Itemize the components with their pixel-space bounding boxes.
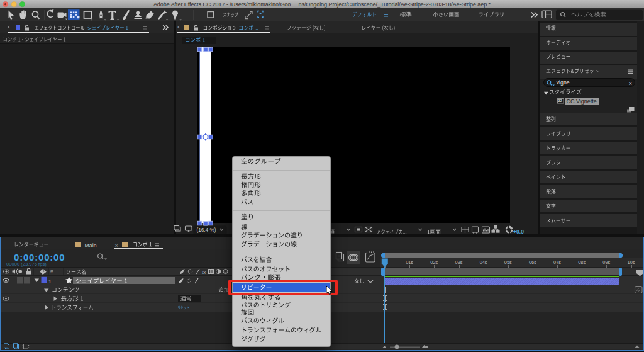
svg-text:fx: fx	[202, 270, 206, 275]
